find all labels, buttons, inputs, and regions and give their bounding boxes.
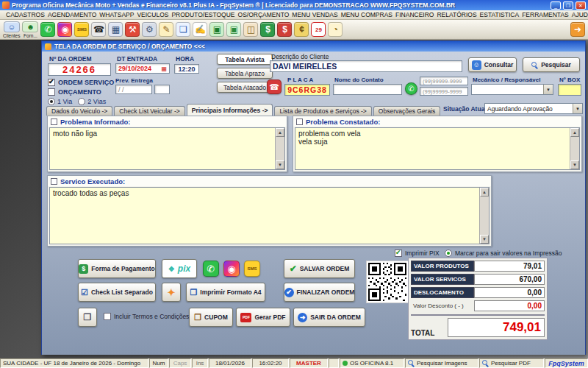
menu-item[interactable]: RELATÓRIOS — [435, 11, 478, 18]
phone-icon[interactable]: ☎ — [91, 22, 106, 37]
ordem-servico-checkbox[interactable]: ORDEM SERVIÇO — [48, 79, 114, 86]
checkbox-icon[interactable] — [296, 118, 303, 125]
problema-constatado-textarea[interactable]: problema com vela vela suja — [295, 128, 570, 169]
scroll-down-icon[interactable]: ▼ — [276, 160, 284, 169]
gerar-pdf-button[interactable]: PDF Gerar PDF — [236, 308, 290, 327]
order-number-field[interactable]: 24266 — [48, 63, 111, 76]
cart2-icon[interactable]: ▣ — [226, 22, 241, 37]
client-name-field[interactable]: DAVI MEIRELLES — [270, 60, 462, 72]
exit-icon[interactable]: ➜ — [570, 22, 585, 37]
instagram-icon[interactable]: ◉ — [223, 261, 240, 277]
consultar-button[interactable]: ☺ Consultar — [468, 57, 517, 72]
print-small-button[interactable]: ❐ — [78, 308, 97, 327]
coins-icon[interactable]: ¢ — [294, 22, 309, 37]
checkbox-icon[interactable] — [51, 118, 57, 125]
termos-checkbox[interactable]: Incluir Termos e Condições — [104, 313, 189, 320]
scrollbar[interactable]: ▲ ▼ — [275, 128, 284, 169]
phone-icon[interactable]: ☎ — [267, 79, 282, 94]
forma-pagamento-button[interactable]: $ Forma de Pagamento — [78, 259, 156, 278]
menu-item[interactable]: FERRAMENTAS — [520, 11, 570, 18]
cart-icon[interactable]: ▣ — [209, 22, 224, 37]
close-button[interactable]: ✕ — [576, 1, 586, 10]
tools-icon[interactable]: ⚒ — [125, 22, 140, 37]
menu-item[interactable]: CADASTROS — [4, 11, 46, 18]
entry-date-field[interactable]: 29/10/2024 ▦ — [115, 63, 170, 74]
pix-button[interactable]: ❖ pix — [162, 259, 197, 278]
whatsapp-icon[interactable]: ✆ — [40, 22, 55, 37]
order-icon[interactable]: ✍ — [193, 22, 207, 37]
whatsapp-icon[interactable]: ✆ — [405, 82, 417, 95]
toolbar-fornecedores-button[interactable]: ☻ Forn... — [22, 21, 38, 38]
imprimir-pix-checkbox[interactable]: Imprimir PIX — [395, 250, 440, 257]
menu-item[interactable]: MENU VENDAS — [290, 11, 339, 18]
scroll-up-icon[interactable]: ▲ — [480, 188, 489, 197]
tabela-atacado-button[interactable]: Tabela Atacado — [217, 82, 273, 93]
whatsapp-icon[interactable]: ✆ — [203, 261, 219, 277]
cupom-button[interactable]: ❒ CUPOM — [189, 308, 233, 327]
stamp-button[interactable]: ✦ — [162, 283, 181, 302]
tab[interactable]: Dados do Veiculo -> — [46, 106, 112, 116]
checklist-separado-button[interactable]: ☑ Check List Separado — [78, 283, 156, 302]
money-icon[interactable]: $ — [260, 22, 275, 37]
contact-name-field[interactable] — [333, 84, 402, 95]
plate-field[interactable]: 9C6RG38 — [284, 84, 330, 96]
instagram-icon[interactable]: ◉ — [57, 22, 72, 37]
servico-executado-textarea[interactable]: trocado todas as peças — [50, 188, 479, 244]
tab[interactable]: Check List Veicular -> — [114, 106, 184, 116]
pesquisar-button[interactable]: Pesquisar — [523, 57, 580, 72]
marcar-valores-radio[interactable]: Marcar para sair valores na Impressão — [445, 250, 562, 257]
desconto-field[interactable]: 0,00 — [474, 300, 545, 311]
checkbox-icon[interactable] — [51, 178, 57, 185]
calendar-icon[interactable]: ▦ — [161, 66, 167, 72]
pesquisar-imagens-button[interactable]: Pesquisar Imagens — [405, 358, 478, 368]
problema-informado-textarea[interactable]: moto não liga — [50, 128, 275, 169]
menu-item[interactable]: AGENDAMENTO — [46, 11, 98, 18]
menu-item[interactable]: OS/ORÇAMENTO — [237, 11, 291, 18]
value-field[interactable]: 0,00 — [474, 287, 545, 298]
menu-item[interactable]: VEICULOS — [135, 11, 170, 18]
situacao-dropdown[interactable]: Aguardando Aprovação ▼ — [484, 103, 583, 114]
finalizar-ordem-button[interactable]: ✔ FINALIZAR ORDEM — [284, 283, 355, 302]
delivery-forecast-field[interactable]: / / — [115, 85, 152, 94]
orcamento-checkbox[interactable]: ORÇAMENTO — [48, 88, 101, 96]
imprimir-a4-button[interactable]: ❐ Imprimir Formato A4 — [186, 283, 265, 302]
sair-ordem-button[interactable]: ➜ SAIR DA ORDEM — [293, 308, 365, 327]
menu-item[interactable]: AJUDA — [570, 11, 588, 18]
phone1-field[interactable]: (99)99999-9999 — [420, 77, 468, 85]
menu-item[interactable]: FINANCEIRO — [394, 11, 435, 18]
menu-item[interactable]: ESTATISTICA — [478, 11, 521, 18]
mechanic-dropdown[interactable]: ▼ — [471, 84, 553, 95]
menu-item[interactable]: WHATSAPP — [98, 11, 135, 18]
scrollbar[interactable]: ▲ ▼ — [570, 128, 579, 169]
tab[interactable]: Observações Gerais — [373, 106, 440, 116]
sms-icon[interactable]: SMS — [74, 22, 89, 37]
package-icon[interactable]: ◫ — [243, 22, 258, 37]
maximize-button[interactable]: ❐ — [563, 1, 573, 10]
toolbar-clientes-button[interactable]: ☺ Clientes — [3, 21, 20, 38]
delivery-time-field[interactable] — [154, 85, 170, 94]
phone2-field[interactable]: (99)99999-9999 — [420, 87, 468, 96]
salvar-ordem-button[interactable]: ✔ SALVAR ORDEM — [284, 259, 355, 278]
document-icon[interactable]: ❏ — [176, 22, 190, 37]
scroll-down-icon[interactable]: ▼ — [480, 235, 489, 244]
dollar-icon[interactable]: $ — [277, 22, 292, 37]
tab[interactable]: Lista de Produtos e Serviços -> — [274, 106, 371, 116]
calendar-icon[interactable]: 29 — [311, 22, 326, 37]
value-field[interactable]: 79,01 — [474, 261, 545, 272]
pesquisar-pdf-button[interactable]: Pesquisar PDF — [479, 358, 544, 368]
box-field[interactable] — [558, 84, 581, 96]
clock-icon[interactable]: ◔ — [328, 22, 343, 37]
scroll-up-icon[interactable]: ▲ — [276, 128, 284, 137]
edit-icon[interactable]: ✎ — [159, 22, 173, 37]
scrollbar[interactable]: ▲ ▼ — [479, 188, 489, 244]
value-field[interactable]: 670,00 — [474, 274, 545, 285]
scroll-down-icon[interactable]: ▼ — [570, 160, 579, 169]
tabela-avista-button[interactable]: Tabela Avista — [217, 54, 273, 65]
calculator-icon[interactable]: ▦ — [108, 22, 123, 37]
tab[interactable]: Principais Informações -> — [187, 104, 273, 116]
minimize-button[interactable]: _ — [551, 1, 561, 10]
menu-item[interactable]: MENU COMPRAS — [340, 11, 394, 18]
menu-item[interactable]: PRODUTO/ESTOQUE — [170, 11, 236, 18]
tabela-aprazo-button[interactable]: Tabela Aprazo — [217, 68, 273, 79]
scroll-up-icon[interactable]: ▲ — [570, 128, 579, 137]
